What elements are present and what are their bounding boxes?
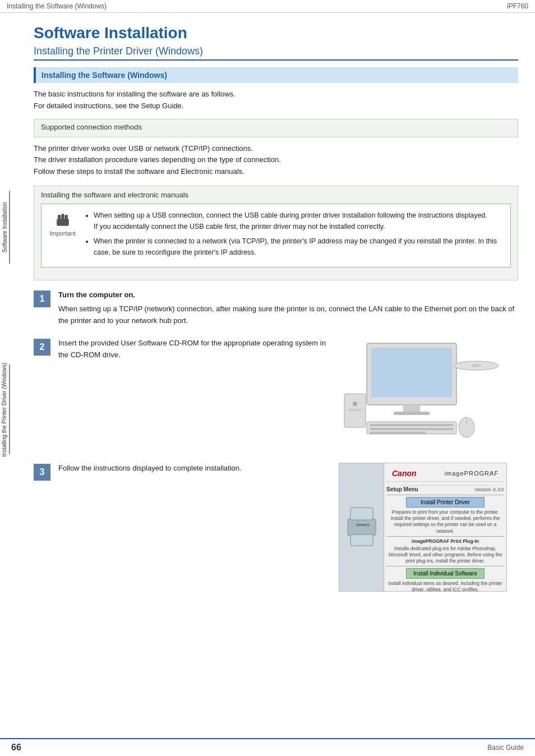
setup-install-individual-desc: Install individual items as desired, inc… <box>386 580 504 592</box>
step-2-left: 2 Insert the provided User Software CD-R… <box>34 338 328 361</box>
important-label: Important <box>49 230 75 237</box>
step-1-number: 1 <box>34 291 50 307</box>
setup-menu-header: Canon imagePROGRAF <box>386 465 504 482</box>
important-fist-icon <box>53 210 73 230</box>
step-1-block: 1 Turn the computer on. When setting up … <box>34 289 518 326</box>
supported-connections-title: Supported connection methods <box>41 123 511 131</box>
supported-connections-text: The printer driver works over USB or net… <box>34 143 518 178</box>
setup-menu-illustration: Canon imagePROGRAF .....................… <box>339 463 507 592</box>
step-1-title: Turn the computer on. <box>58 289 518 301</box>
printer-icon <box>345 505 379 550</box>
em-section-box: Installing the software and electronic m… <box>34 186 518 280</box>
svg-rect-3 <box>64 215 67 220</box>
svg-rect-11 <box>348 409 362 411</box>
step-2-content: Insert the provided User Software CD-ROM… <box>58 338 328 361</box>
svg-rect-14 <box>370 428 453 430</box>
setup-printer-panel <box>339 463 384 591</box>
svg-rect-22 <box>350 534 373 546</box>
setup-install-individual-btn[interactable]: Install Individual Software <box>406 568 485 579</box>
setup-dots: ........................................… <box>386 482 504 486</box>
supported-connections-box: Supported connection methods <box>34 119 518 137</box>
svg-rect-6 <box>371 348 452 397</box>
setup-divider-1 <box>386 495 504 495</box>
footer-guide: Basic Guide <box>487 744 524 752</box>
intro-text: The basic instructions for installing th… <box>34 89 518 112</box>
svg-rect-21 <box>350 508 373 520</box>
step-3-block: 3 Follow the instructions displayed to c… <box>34 463 518 592</box>
svg-point-10 <box>353 402 357 406</box>
top-bar-right: iPF760 <box>507 2 528 10</box>
page-number: 66 <box>11 743 21 753</box>
setup-divider-3 <box>386 566 504 566</box>
setup-install-printer-desc: Prepares to print from your computer to … <box>386 509 504 534</box>
setup-install-printer-btn[interactable]: Install Printer Driver <box>406 497 485 508</box>
step-3-left: 3 Follow the instructions displayed to c… <box>34 463 328 481</box>
top-bar: Installing the Software (Windows) iPF760 <box>0 0 535 13</box>
important-box: Important When setting up a USB connecti… <box>41 204 511 268</box>
step-2-body: Insert the provided User Software CD-ROM… <box>58 338 328 361</box>
page-subtitle: Installing the Printer Driver (Windows) <box>34 45 518 61</box>
important-content: When setting up a USB connection, connec… <box>84 210 505 261</box>
svg-rect-20 <box>348 519 376 536</box>
main-content: Software Installation Installing the Pri… <box>0 13 535 620</box>
svg-point-24 <box>367 523 370 527</box>
intro-line2: For detailed instructions, see the Setup… <box>34 102 183 110</box>
setup-divider-2 <box>386 536 504 537</box>
step-3-body: Follow the instructions displayed to com… <box>58 463 328 474</box>
intro-line1: The basic instructions for installing th… <box>34 90 236 98</box>
step-1-content: Turn the computer on. When setting up a … <box>58 289 518 326</box>
section-header: Installing the Software (Windows) <box>34 67 518 83</box>
step-2-number: 2 <box>34 339 50 356</box>
important-bullet-2: When the printer is connected to a netwo… <box>94 236 505 258</box>
step-3-content: Follow the instructions displayed to com… <box>58 463 328 474</box>
step-2-block: 2 Insert the provided User Software CD-R… <box>34 338 518 451</box>
setup-menu-title: Setup Menu <box>386 486 418 492</box>
bottom-bar: 66 Basic Guide <box>0 738 535 756</box>
step-3-number: 3 <box>34 464 50 481</box>
svg-rect-23 <box>356 524 367 526</box>
step-3-image: Canon imagePROGRAF .....................… <box>339 463 518 592</box>
setup-menu-right: Canon imagePROGRAF .....................… <box>384 463 506 591</box>
setup-print-plugin-label: imagePROGRAF Print Plug-In <box>386 538 504 545</box>
setup-imageprograf-label: imagePROGRAF <box>445 470 499 477</box>
svg-rect-15 <box>370 432 426 434</box>
page-title: Software Installation <box>34 24 518 42</box>
step-1-body: When setting up a TCP/IP (network) conne… <box>58 303 518 327</box>
svg-rect-8 <box>394 412 430 415</box>
computer-svg <box>339 338 507 450</box>
svg-rect-7 <box>403 405 420 413</box>
svg-point-17 <box>472 365 481 367</box>
important-bullet-1: When setting up a USB connection, connec… <box>94 210 505 232</box>
setup-canon-label: Canon <box>392 469 417 478</box>
svg-rect-1 <box>58 215 61 221</box>
step-2-image <box>339 338 518 451</box>
setup-menu-version: Version X.XX <box>474 487 504 492</box>
setup-menu-title-row: Setup Menu Version X.XX <box>386 486 504 492</box>
svg-rect-4 <box>57 221 59 225</box>
em-section-title: Installing the software and electronic m… <box>41 191 511 199</box>
setup-print-plugin-desc: Installs dedicated plug-ins for Adobe Ph… <box>386 546 504 564</box>
svg-rect-2 <box>61 214 64 220</box>
important-icon-container: Important <box>47 210 78 237</box>
top-bar-left: Installing the Software (Windows) <box>7 2 107 10</box>
svg-rect-13 <box>370 424 453 426</box>
